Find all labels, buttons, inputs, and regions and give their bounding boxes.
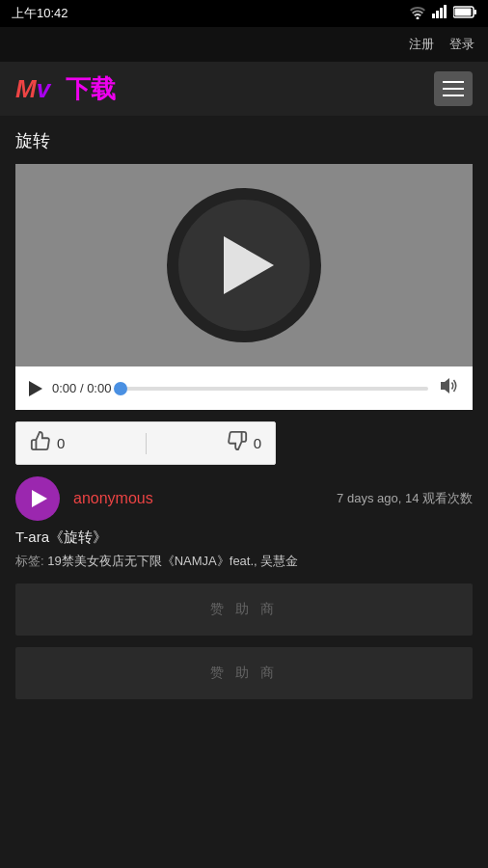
svg-rect-6: [474, 10, 477, 14]
like-count: 0: [57, 435, 65, 451]
logo-dl-text: 下载: [66, 72, 116, 106]
wifi-icon: [409, 6, 426, 22]
video-play-circle[interactable]: [167, 188, 321, 342]
progress-dot: [114, 382, 127, 395]
player-controls: 0:00 / 0:00: [15, 366, 473, 410]
login-link[interactable]: 登录: [449, 36, 474, 53]
progress-bar[interactable]: [121, 387, 428, 391]
tags-content: 19禁美女夜店无下限《NAMJA》feat., 吴慧金: [47, 554, 298, 568]
menu-line-1: [443, 81, 464, 83]
page-title: 旋转: [15, 129, 473, 152]
video-container[interactable]: 0:00 / 0:00: [15, 164, 473, 410]
status-time: 上午10:42: [12, 5, 68, 22]
menu-line-2: [443, 88, 464, 90]
dislike-group[interactable]: 0: [227, 430, 261, 456]
menu-button[interactable]: [434, 71, 473, 106]
register-link[interactable]: 注册: [409, 36, 434, 53]
logo: Mv 下载: [15, 72, 116, 106]
video-play-icon: [224, 236, 274, 294]
status-bar: 上午10:42: [0, 0, 488, 27]
tags-label: 标签:: [15, 554, 44, 568]
song-title: T-ara《旋转》: [15, 529, 473, 547]
user-avatar[interactable]: [15, 476, 60, 521]
like-dislike-bar: 0 0: [15, 421, 276, 465]
sponsor-box-2: 赞 助 商: [15, 647, 473, 699]
logo-v-letter: v: [37, 74, 50, 103]
svg-rect-3: [444, 5, 447, 18]
meta-info: 7 days ago, 14 观看次数: [337, 490, 473, 507]
divider: [146, 433, 147, 454]
avatar-play-icon: [32, 490, 47, 507]
battery-icon: [453, 5, 476, 22]
logo-mv: Mv: [15, 74, 50, 104]
time-display: 0:00 / 0:00: [52, 381, 111, 395]
sponsor-text-2: 赞 助 商: [210, 665, 278, 682]
svg-rect-5: [455, 9, 472, 16]
like-icon: [30, 430, 51, 456]
dislike-icon: [227, 430, 248, 456]
video-thumbnail[interactable]: [15, 164, 473, 366]
top-nav: 注册 登录: [0, 27, 488, 62]
svg-rect-0: [432, 14, 435, 18]
sponsor-text-1: 赞 助 商: [210, 601, 278, 618]
status-icons: [409, 5, 476, 22]
signal-icon: [432, 5, 447, 22]
dislike-count: 0: [254, 435, 261, 451]
menu-line-3: [443, 95, 464, 96]
volume-icon[interactable]: [438, 376, 459, 400]
like-group[interactable]: 0: [30, 430, 65, 456]
logo-m-letter: M: [15, 74, 37, 103]
main-content: 旋转 0:00 / 0:00: [0, 116, 488, 699]
user-row: anonymous 7 days ago, 14 观看次数: [15, 476, 473, 521]
header: Mv 下载: [0, 62, 488, 116]
play-icon-small: [29, 381, 42, 396]
svg-marker-7: [441, 378, 449, 393]
play-pause-button[interactable]: [29, 381, 42, 396]
user-name[interactable]: anonymous: [73, 490, 153, 507]
svg-rect-1: [436, 11, 439, 18]
sponsor-box-1: 赞 助 商: [15, 583, 473, 636]
svg-rect-2: [440, 8, 443, 18]
tags-line: 标签: 19禁美女夜店无下限《NAMJA》feat., 吴慧金: [15, 553, 473, 570]
